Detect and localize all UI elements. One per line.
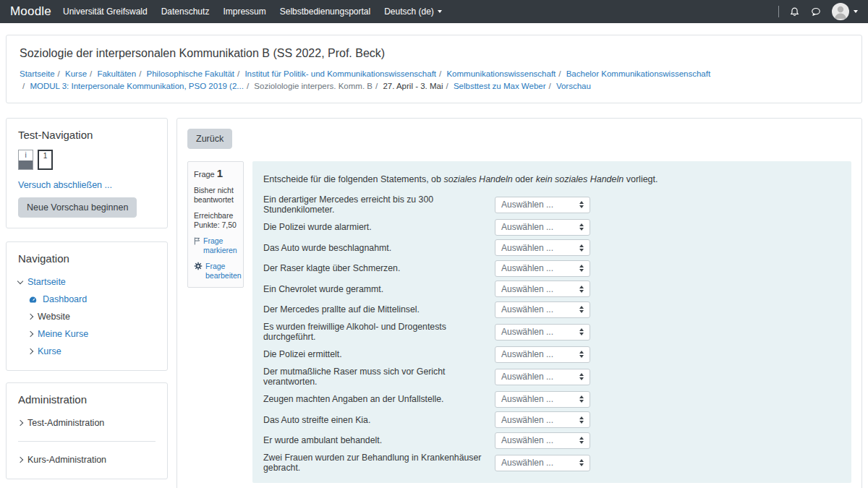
breadcrumb-bachelor[interactable]: Bachelor Kommunikationswissenschaft: [566, 69, 710, 78]
nav-item-meine-kurse[interactable]: Meine Kurse: [18, 325, 156, 343]
breadcrumb-separator: /: [55, 69, 63, 78]
select-arrows-icon: [579, 244, 584, 252]
intro-middle: oder: [513, 174, 536, 184]
answer-select[interactable]: Auswählen ...: [495, 391, 590, 408]
select-placeholder: Auswählen ...: [501, 435, 553, 445]
statement-row: Ein Chevrolet wurde gerammt. Auswählen .…: [263, 281, 841, 297]
breadcrumb-fakultaeten[interactable]: Fakultäten: [97, 69, 136, 78]
back-button[interactable]: Zurück: [187, 129, 232, 149]
statement-text: Ein Chevrolet wurde gerammt.: [263, 284, 495, 294]
answer-select[interactable]: Auswählen ...: [495, 455, 590, 471]
page-header-card: Soziologie der interpersonalen Kommunika…: [6, 35, 862, 103]
breadcrumb-institut[interactable]: Institut für Politik- und Kommunikations…: [244, 69, 436, 78]
statement-text: Die Polizei ermittelt.: [263, 349, 495, 359]
breadcrumb-kommunikationswissenschaft[interactable]: Kommunikationswissenschaft: [446, 69, 556, 78]
notifications-bell-icon[interactable]: [789, 7, 800, 17]
statement-text: Die Polizei wurde alarmiert.: [263, 222, 495, 232]
question-1-label: 1: [43, 152, 48, 160]
new-preview-button[interactable]: Neue Vorschau beginnen: [18, 197, 137, 218]
answer-select[interactable]: Auswählen ...: [495, 219, 590, 236]
breadcrumb-kurse[interactable]: Kurse: [65, 69, 87, 78]
breadcrumb-separator: /: [20, 82, 27, 90]
answer-select[interactable]: Auswählen ...: [495, 324, 590, 341]
answer-select[interactable]: Auswählen ...: [495, 301, 590, 318]
answer-select[interactable]: Auswählen ...: [495, 281, 590, 297]
answer-select[interactable]: Auswählen ...: [495, 239, 590, 256]
select-arrows-icon: [579, 459, 584, 466]
chevron-right-icon: [17, 420, 23, 426]
breadcrumb-separator: /: [244, 82, 252, 90]
select-arrows-icon: [579, 328, 584, 335]
nav-item-kurse-label: Kurse: [38, 346, 61, 356]
nav-item-meine-kurse-label: Meine Kurse: [38, 329, 88, 339]
breadcrumb-week: 27. April - 3. Mai: [383, 82, 443, 90]
answer-select[interactable]: Auswählen ...: [495, 432, 590, 449]
nav-link-university[interactable]: Universität Greifswald: [63, 7, 148, 17]
breadcrumb-startseite[interactable]: Startseite: [20, 69, 55, 78]
avatar: [832, 3, 849, 20]
breadcrumb-course-short: Soziolologie interpers. Komm. B: [254, 82, 373, 90]
breadcrumb-philosophische-fakultaet[interactable]: Philosophische Fakultät: [147, 69, 234, 78]
nav-link-datenschutz[interactable]: Datenschutz: [161, 7, 210, 17]
question-nav-info-page[interactable]: i: [18, 150, 33, 170]
breadcrumb-quiz[interactable]: Selbsttest zu Max Weber: [454, 82, 546, 90]
navbar-divider: [778, 6, 779, 17]
finish-attempt-link[interactable]: Versuch abschließen ...: [18, 180, 112, 190]
breadcrumb-separator: /: [546, 82, 554, 90]
breadcrumb-vorschau[interactable]: Vorschau: [556, 82, 591, 90]
navigation-block: Navigation Startseite Dashboard Website: [6, 241, 168, 371]
admin-item-test-administration[interactable]: Test-Administration: [18, 414, 156, 432]
nav-link-impressum[interactable]: Impressum: [223, 7, 265, 17]
select-arrows-icon: [579, 395, 584, 403]
breadcrumb-modul3[interactable]: MODUL 3: Interpersonale Kommunikation, P…: [30, 82, 244, 90]
edit-question-link[interactable]: Frage bearbeiten: [194, 262, 242, 281]
answer-select[interactable]: Auswählen ...: [495, 369, 590, 385]
question-points: Erreichbare Punkte: 7,50: [194, 211, 237, 230]
chevron-down-icon: [438, 10, 442, 13]
question-number-label: Frage: [194, 170, 215, 179]
language-menu[interactable]: Deutsch (de): [384, 7, 442, 17]
administration-divider: [18, 441, 156, 442]
select-placeholder: Auswählen ...: [501, 284, 553, 294]
quiz-navigation-block: Test-Navigation i 1 Versuch abschließen …: [6, 118, 168, 228]
statement-row: Zeugen machten Angaben an der Unfallstel…: [263, 391, 841, 408]
nav-link-selbstbedienungsportal[interactable]: Selbstbedienungsportal: [280, 7, 370, 17]
flag-question-link[interactable]: Frage markieren: [194, 236, 237, 255]
select-placeholder: Auswählen ...: [501, 243, 553, 253]
chevron-right-icon: [27, 331, 33, 337]
select-arrows-icon: [579, 286, 584, 293]
select-arrows-icon: [579, 306, 584, 313]
statement-text: Ein derartiger Mercedes erreicht bis zu …: [263, 194, 495, 215]
admin-item-kurs-administration[interactable]: Kurs-Administration: [18, 451, 156, 468]
intro-prefix: Entscheide für die folgenden Statements,…: [263, 174, 443, 184]
statement-row: Der mutmaßliche Raser muss sich vor Geri…: [263, 367, 841, 387]
breadcrumb-separator: /: [436, 69, 444, 78]
nav-item-startseite[interactable]: Startseite: [18, 273, 156, 291]
question-nav-question-1[interactable]: 1: [38, 150, 53, 170]
statement-row: Er wurde ambulant behandelt. Auswählen .…: [263, 432, 841, 449]
select-arrows-icon: [579, 416, 584, 424]
statement-row: Das Auto streifte einen Kia. Auswählen .…: [263, 411, 841, 428]
statement-text: Es wurden freiwillige Alkohol- und Droge…: [263, 322, 495, 342]
nav-item-website[interactable]: Website: [18, 308, 156, 325]
user-menu[interactable]: [832, 3, 858, 20]
statement-row: Das Auto wurde beschlagnahmt. Auswählen …: [263, 239, 841, 256]
statements-list: Ein derartiger Mercedes erreicht bis zu …: [263, 194, 841, 473]
breadcrumb-separator: /: [373, 82, 380, 90]
messages-chat-icon[interactable]: [810, 7, 822, 17]
moodle-logo[interactable]: Moodle: [10, 4, 51, 19]
nav-item-kurse[interactable]: Kurse: [18, 343, 156, 360]
select-placeholder: Auswählen ...: [501, 415, 553, 425]
nav-item-dashboard[interactable]: Dashboard: [18, 291, 156, 308]
answer-select[interactable]: Auswählen ...: [495, 260, 590, 277]
statement-row: Der Raser klagte über Schmerzen. Auswähl…: [263, 260, 841, 277]
answer-select[interactable]: Auswählen ...: [495, 197, 590, 213]
answer-select[interactable]: Auswählen ...: [495, 346, 590, 363]
statement-row: Der Mercedes prallte auf die Mittelinsel…: [263, 301, 841, 318]
chevron-right-icon: [17, 457, 23, 463]
answer-select[interactable]: Auswählen ...: [495, 411, 590, 428]
language-menu-label: Deutsch (de): [384, 7, 434, 17]
select-placeholder: Auswählen ...: [501, 458, 553, 468]
administration-block: Administration Test-Administration Kurs-…: [6, 382, 168, 479]
select-placeholder: Auswählen ...: [501, 222, 553, 232]
